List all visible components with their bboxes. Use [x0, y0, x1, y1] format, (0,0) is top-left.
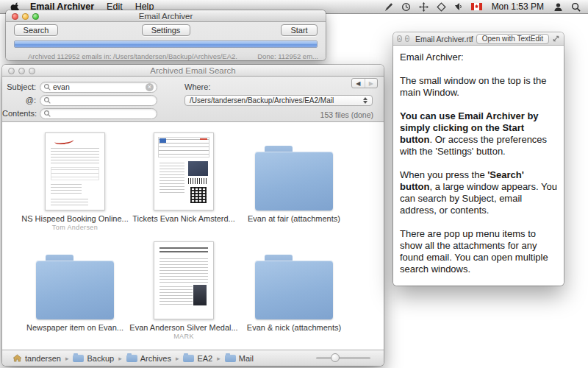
path-label: tandersen — [25, 354, 61, 363]
progress-bar — [14, 40, 318, 48]
archived-email-search-window: Archived Email Search Subject:evan×@:Con… — [2, 65, 384, 366]
paragraph: You can use Email Archiver by simply cli… — [400, 110, 557, 158]
search-input[interactable] — [40, 108, 157, 119]
folder-icon — [255, 146, 333, 210]
volume-icon[interactable] — [454, 2, 463, 11]
canada-flag-icon[interactable] — [471, 3, 482, 10]
search-results-area: NS Hispeed Booking Online...Tom Andersen… — [2, 122, 384, 350]
desktop: Email Archiver EditHelp Mon 1:53 PM Emai… — [0, 0, 588, 368]
pen-icon[interactable] — [384, 2, 393, 12]
settings-button[interactable]: Settings — [142, 24, 190, 36]
chevron-updown-icon — [363, 97, 368, 104]
start-button[interactable]: Start — [281, 24, 318, 36]
folder-icon — [126, 355, 137, 362]
file-icon-box — [255, 237, 333, 319]
path-bar: tandersen▸Backup▸Archives▸EA2▸Mail — [2, 350, 384, 366]
paragraph: The small window on the top is the main … — [400, 75, 557, 99]
file-item[interactable]: Evan at fair (attachments) — [234, 128, 354, 223]
paragraph: Email Archiver: — [400, 52, 557, 63]
search-field-row: Contents: — [2, 107, 157, 119]
path-label: Mail — [239, 354, 254, 363]
zoom-button[interactable] — [29, 68, 35, 74]
search-input-value: evan — [53, 82, 70, 91]
add-icon[interactable]: + — [405, 35, 410, 42]
path-item-ea2[interactable]: EA2 — [183, 354, 212, 363]
window-title: Archived Email Search — [2, 65, 384, 77]
search-field-row: @: — [2, 94, 157, 106]
spotlight-icon[interactable] — [571, 2, 581, 12]
document-thumbnail — [45, 132, 105, 210]
back-button[interactable]: ◀ — [352, 79, 365, 88]
file-name: Tickets Evan Nick Amsterd... — [132, 214, 235, 223]
path-label: Archives — [140, 354, 171, 363]
done-count-text: Done: 112952 em... — [257, 52, 318, 60]
crumb-separator: ▸ — [65, 355, 69, 362]
files-count-text: 153 files (done) — [320, 110, 373, 119]
close-button[interactable] — [12, 13, 18, 20]
close-button[interactable] — [8, 68, 15, 74]
progress-fill — [15, 41, 317, 47]
file-icon-box — [255, 128, 333, 210]
history-segmented-control: ◀ ▶ — [351, 78, 378, 88]
crumb-separator: ▸ — [176, 355, 179, 362]
folder-icon — [183, 355, 194, 362]
quicklook-titlebar[interactable]: × + Email Archiver.rtf Open with TextEdi… — [393, 32, 564, 46]
spaces-icon[interactable] — [437, 2, 446, 12]
path-item-tandersen[interactable]: tandersen — [12, 354, 61, 363]
where-label: Where: — [184, 82, 210, 91]
file-icon-box — [36, 237, 114, 319]
time-machine-icon[interactable] — [401, 2, 411, 12]
clear-icon[interactable]: × — [146, 83, 154, 91]
document-text: Email Archiver:The small window on the t… — [393, 46, 564, 286]
field-label: Subject: — [2, 82, 36, 91]
document-title: Email Archiver.rtf — [415, 35, 473, 43]
archiver-titlebar[interactable]: Email Archiver — [6, 10, 326, 22]
field-label: Contents: — [2, 109, 36, 118]
where-dropdown[interactable]: /Users/tandersen/Backup/Archives/EA2/Mai… — [184, 95, 373, 106]
file-item[interactable]: Evan & nick (attachments) — [234, 237, 354, 332]
paragraph: When you press the 'Search' button, a la… — [400, 169, 557, 216]
file-item[interactable]: Tickets Evan Nick Amsterd... — [124, 128, 243, 223]
path-item-archives[interactable]: Archives — [126, 354, 171, 363]
status-menus: Mon 1:53 PM — [384, 1, 581, 12]
search-icon — [43, 83, 51, 91]
crumb-separator: ▸ — [118, 355, 122, 362]
file-icon-box — [154, 128, 214, 210]
document-thumbnail — [154, 241, 214, 319]
window-title: Email Archiver — [6, 10, 326, 22]
archive-status-text: Archived 112952 emails in: /Users/tander… — [28, 52, 237, 60]
open-with-textedit-button[interactable]: Open with TextEdit — [476, 34, 549, 44]
file-subtitle: Tom Andersen — [52, 224, 98, 231]
search-input[interactable] — [40, 95, 157, 106]
fullscreen-icon[interactable] — [552, 35, 560, 43]
quicklook-window: × + Email Archiver.rtf Open with TextEdi… — [393, 32, 564, 286]
search-field-row: Subject:evan× — [2, 81, 157, 93]
slider-knob[interactable] — [331, 353, 340, 362]
file-name: Evan Anderson Silver Medal... — [129, 323, 237, 332]
search-icon — [43, 110, 51, 118]
search-titlebar[interactable]: Archived Email Search — [2, 65, 384, 77]
accessibility-icon[interactable] — [419, 2, 429, 12]
document-thumbnail — [154, 132, 214, 210]
path-item-backup[interactable]: Backup — [73, 354, 114, 363]
zoom-button[interactable] — [32, 13, 39, 20]
file-name: Evan at fair (attachments) — [248, 214, 340, 223]
menu-clock[interactable]: Mon 1:53 PM — [492, 1, 544, 12]
close-icon[interactable]: × — [397, 35, 402, 42]
file-item[interactable]: Evan Anderson Silver Medal...MARK — [124, 237, 243, 340]
folder-icon — [255, 255, 333, 319]
search-button[interactable]: Search — [14, 24, 58, 36]
home-icon — [12, 354, 22, 362]
file-item[interactable]: NS Hispeed Booking Online...Tom Andersen — [15, 128, 135, 231]
path-item-mail[interactable]: Mail — [225, 354, 254, 363]
search-input[interactable]: evan× — [40, 82, 157, 93]
search-form: Subject:evan×@:Contents: Where: /Users/t… — [2, 77, 384, 122]
forward-button[interactable]: ▶ — [365, 79, 378, 88]
minimize-button[interactable] — [18, 68, 25, 74]
folder-icon — [36, 255, 114, 319]
file-name: NS Hispeed Booking Online... — [21, 214, 129, 223]
user-icon[interactable] — [553, 2, 563, 12]
icon-size-slider[interactable] — [316, 357, 370, 359]
minimize-button[interactable] — [22, 13, 29, 20]
file-item[interactable]: Newspaper item on Evan... — [15, 237, 135, 332]
